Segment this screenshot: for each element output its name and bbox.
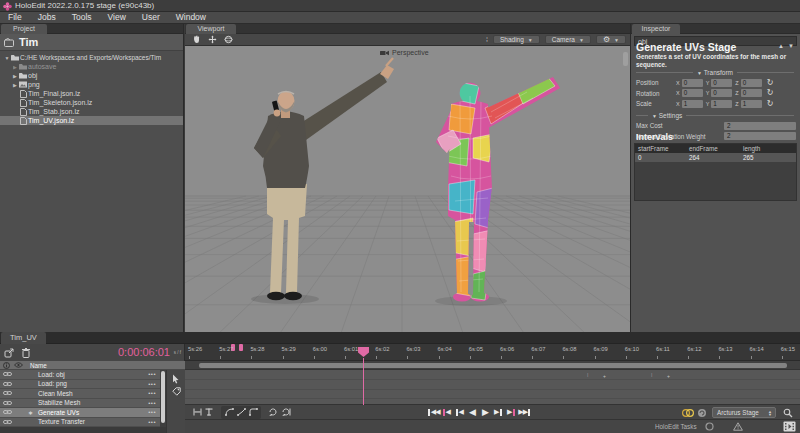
warning-icon[interactable] [733,422,743,431]
playhead-line[interactable] [363,358,364,405]
transform-section-header[interactable]: ▼ Transform [636,69,794,76]
menu-jobs[interactable]: Jobs [30,12,64,23]
trash-icon[interactable] [22,348,30,358]
track-menu-icon[interactable]: ••• [148,409,156,415]
track-menu-icon[interactable]: ••• [148,419,156,425]
track-menu-icon[interactable]: ••• [148,381,156,387]
menu-tools[interactable]: Tools [64,12,100,23]
viewport-3d-view[interactable]: Perspective [185,46,630,332]
viewport-options-icon[interactable]: ⁞ [486,36,488,43]
tag-tool-icon[interactable] [172,387,181,396]
tab-tim-uv[interactable]: Tim_UV [1,332,46,344]
track-load-png[interactable]: Load: png••• [0,380,160,390]
tree-item-png[interactable]: ▶png [0,80,183,89]
ease-curve-icon[interactable] [223,407,235,418]
render-queue-icon[interactable] [783,421,796,432]
tree-item-tim-final-json-lz[interactable]: Tim_Final.json.lz [0,89,183,98]
track-menu-icon[interactable]: ••• [148,371,156,377]
tasks-label[interactable]: HoloEdit Tasks [655,423,697,430]
tree-item-obj[interactable]: ▶obj [0,71,183,80]
tab-project[interactable]: Project [1,24,47,34]
camera-dropdown[interactable]: Camera▼ [545,35,591,44]
track-stabilize-mesh[interactable]: Stabilize Mesh••• [0,399,160,409]
play-forward-button[interactable]: ▶ [479,406,492,418]
viewport-scrollbar[interactable] [623,52,628,66]
reset-icon[interactable]: ↻ [767,100,774,108]
timeline-ruler[interactable]: 5s:265s:275s:285s:296s:006s:016s:026s:03… [185,344,800,361]
rangebar-thumb[interactable] [199,363,787,368]
move-stage-up-button[interactable]: ▲ [778,43,784,49]
timeline-zoom-rangebar[interactable] [185,361,800,370]
keyframe-dots[interactable]: ⁞ [651,373,652,378]
refresh-stage-icon[interactable] [697,408,707,418]
interval-row[interactable]: 0264265 [635,153,796,162]
scale-x-field[interactable]: 1 [682,100,703,108]
step-forward-button[interactable]: ▶ [492,406,505,418]
position-y-field[interactable]: 0 [711,79,732,87]
prev-keyframe-button[interactable]: ◀ [440,406,453,418]
menu-file[interactable]: File [0,12,30,23]
rotation-x-field[interactable]: 0 [682,89,703,97]
tree-item-tim-stab-json-lz[interactable]: Tim_Stab.json.lz [0,107,183,116]
position-x-field[interactable]: 0 [682,79,703,87]
normal-deviation-weight-field[interactable]: 2 [724,132,796,140]
track-menu-icon[interactable]: ••• [148,400,156,406]
settings-section-header[interactable]: ▼ Settings [636,112,794,119]
next-keyframe-button[interactable]: ▶ [505,406,518,418]
menu-window[interactable]: Window [168,12,214,23]
loop-icon[interactable] [267,407,279,418]
captured-person-figure[interactable] [251,58,394,304]
tree-item-tim-uv-json-lz[interactable]: Tim_UV.json.lz [0,116,183,125]
menu-view[interactable]: View [100,12,134,23]
perspective-label[interactable]: Perspective [380,49,429,56]
track-clean-mesh[interactable]: Clean Mesh••• [0,389,160,399]
jump-to-end-button[interactable]: ▶▶ [518,406,531,418]
export-clip-icon[interactable] [4,348,14,358]
track-generate-uvs[interactable]: ∗Generate UVs••• [0,408,160,418]
orbit-tool-icon[interactable] [224,35,233,44]
intervals-col-startframe[interactable]: startFrame [635,144,689,153]
link-icon[interactable] [3,400,12,406]
link-icon[interactable] [3,381,12,387]
intervals-col-length[interactable]: length [743,144,793,153]
tree-item-autosave[interactable]: ▶autosave [0,62,183,71]
tree-root[interactable]: ▼ C:/HE Workspaces and Exports/Workspace… [0,53,183,62]
bake-stages-icon[interactable] [682,408,694,418]
scale-z-field[interactable]: 1 [741,100,762,108]
move-tool-icon[interactable] [208,35,217,44]
play-backward-button[interactable]: ◀ [466,406,479,418]
loop-range-icon[interactable] [279,407,291,418]
tab-inspector[interactable]: Inspector [632,24,680,34]
pan-hand-icon[interactable] [192,35,201,44]
menu-user[interactable]: User [134,12,168,23]
rotation-y-field[interactable]: 0 [711,89,732,97]
tab-viewport[interactable]: Viewport [186,24,236,34]
move-stage-down-button[interactable]: ▼ [788,43,794,49]
shading-dropdown[interactable]: Shading▼ [493,35,540,44]
link-icon[interactable] [3,409,12,415]
playhead-handle[interactable] [358,347,369,357]
track-load-obj[interactable]: Load: obj••• [0,370,160,380]
tree-item-tim-skeleton-json-lz[interactable]: Tim_Skeleton.json.lz [0,98,183,107]
keyframe-plus[interactable]: + [603,374,606,379]
rotation-z-field[interactable]: 0 [741,89,762,97]
clip-marker[interactable] [239,344,243,351]
scale-y-field[interactable]: 1 [711,100,732,108]
reset-icon[interactable]: ↻ [767,79,774,87]
set-range-start-icon[interactable] [191,407,203,418]
max-cost-field[interactable]: 2 [724,122,796,130]
jump-to-start-button[interactable]: ◀◀ [427,406,440,418]
step-curve-icon[interactable] [247,407,259,418]
position-z-field[interactable]: 0 [741,79,762,87]
keyframe-dots[interactable]: ⁞ [587,373,588,378]
uv-mesh-figure[interactable] [423,74,573,306]
step-backward-button[interactable]: ◀ [453,406,466,418]
link-icon[interactable] [3,371,12,377]
set-range-end-icon[interactable] [203,407,215,418]
reset-icon[interactable]: ↻ [767,89,774,97]
timeline-lanes[interactable]: ⁞ + ⁞ + [185,370,800,404]
link-icon[interactable] [3,390,12,396]
eye-icon[interactable] [14,362,23,368]
search-icon[interactable] [783,408,793,418]
link-icon[interactable] [3,419,12,425]
